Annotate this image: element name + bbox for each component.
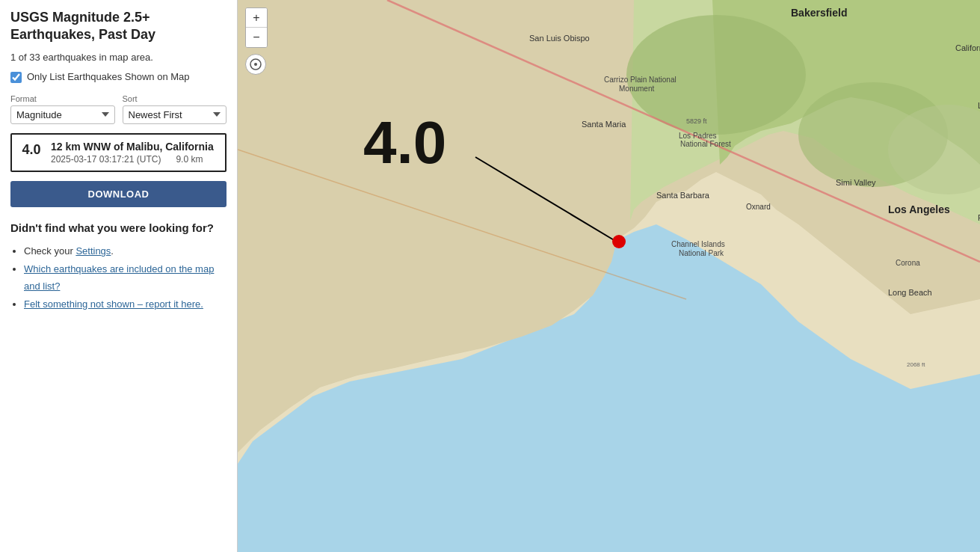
- svg-text:Corona: Corona: [896, 259, 920, 267]
- svg-text:4.0: 4.0: [363, 109, 446, 176]
- earthquake-depth: 9.0 km: [176, 154, 203, 165]
- svg-text:Los Padres: Los Padres: [679, 132, 717, 140]
- help-item-1-plain: Check your: [24, 245, 75, 257]
- earthquake-details: 12 km WNW of Malibu, California 2025-03-…: [51, 141, 214, 165]
- format-sort-row: Format Magnitude Date/Time Depth Sort Ne…: [10, 94, 226, 124]
- map-only-checkbox[interactable]: [10, 72, 22, 83]
- svg-text:2068 ft: 2068 ft: [907, 361, 925, 368]
- compass-icon: [250, 58, 262, 70]
- sort-label: Sort: [123, 94, 227, 103]
- zoom-out-button[interactable]: −: [246, 28, 267, 47]
- svg-text:Simi Valley: Simi Valley: [836, 178, 876, 187]
- format-group: Format Magnitude Date/Time Depth: [10, 94, 115, 124]
- svg-text:Santa Barbara: Santa Barbara: [656, 191, 710, 200]
- sort-select[interactable]: Newest First Oldest First Largest Magnit…: [123, 105, 227, 124]
- settings-link[interactable]: Settings: [75, 245, 111, 257]
- earthquake-magnitude: 4.0: [19, 141, 43, 158]
- format-select[interactable]: Magnitude Date/Time Depth: [10, 105, 115, 124]
- compass-button[interactable]: [245, 54, 266, 75]
- svg-point-54: [254, 63, 257, 66]
- svg-text:Channel Islands: Channel Islands: [671, 240, 725, 248]
- format-label: Format: [10, 94, 115, 103]
- app-title: USGS Magnitude 2.5+ Earthquakes, Past Da…: [10, 9, 226, 44]
- earthquake-datetime: 2025-03-17 03:17:21 (UTC): [51, 154, 161, 165]
- map-area[interactable]: Bakersfield San Luis Obispo Carrizo Plai…: [238, 0, 980, 552]
- svg-text:Santa Maria: Santa Maria: [582, 120, 626, 129]
- sort-group: Sort Newest First Oldest First Largest M…: [123, 94, 227, 124]
- help-item-2: Which earthquakes are included on the ma…: [24, 260, 226, 295]
- felt-report-link[interactable]: Felt something not shown – report it her…: [24, 298, 203, 310]
- download-button[interactable]: DOWNLOAD: [10, 181, 226, 207]
- svg-point-52: [612, 235, 626, 248]
- zoom-in-button[interactable]: +: [246, 8, 267, 28]
- map-only-label[interactable]: Only List Earthquakes Shown on Map: [27, 70, 190, 84]
- svg-text:Oxnard: Oxnard: [746, 203, 771, 211]
- svg-text:San Luis Obispo: San Luis Obispo: [529, 34, 590, 43]
- filter-checkbox-row: Only List Earthquakes Shown on Map: [10, 70, 226, 84]
- earthquake-card[interactable]: 4.0 12 km WNW of Malibu, California 2025…: [10, 133, 226, 172]
- help-item-1: Check your Settings.: [24, 242, 226, 260]
- earthquake-location: 12 km WNW of Malibu, California: [51, 141, 214, 153]
- help-item-3: Felt something not shown – report it her…: [24, 295, 226, 313]
- help-section: Didn't find what you were looking for? C…: [10, 221, 226, 313]
- earthquake-count: 1 of 33 earthquakes in map area.: [10, 52, 226, 63]
- map-background: Bakersfield San Luis Obispo Carrizo Plai…: [238, 0, 980, 552]
- svg-text:Bakersfield: Bakersfield: [791, 7, 847, 19]
- svg-text:Long Beach: Long Beach: [888, 288, 932, 297]
- which-earthquakes-link[interactable]: Which earthquakes are included on the ma…: [24, 263, 214, 292]
- svg-text:Monument: Monument: [619, 85, 654, 93]
- help-title: Didn't find what you were looking for?: [10, 221, 226, 236]
- map-controls: + −: [245, 7, 268, 48]
- svg-text:National Forest: National Forest: [680, 140, 731, 148]
- sidebar: USGS Magnitude 2.5+ Earthquakes, Past Da…: [0, 0, 238, 552]
- svg-text:5829 ft: 5829 ft: [686, 117, 707, 125]
- svg-text:California City: California City: [955, 43, 980, 52]
- svg-text:National Park: National Park: [679, 249, 724, 257]
- svg-text:Carrizo Plain National: Carrizo Plain National: [604, 76, 677, 84]
- help-list: Check your Settings. Which earthquakes a…: [10, 242, 226, 313]
- earthquake-meta: 2025-03-17 03:17:21 (UTC) 9.0 km: [51, 154, 214, 165]
- svg-text:Los Angeles: Los Angeles: [888, 203, 950, 215]
